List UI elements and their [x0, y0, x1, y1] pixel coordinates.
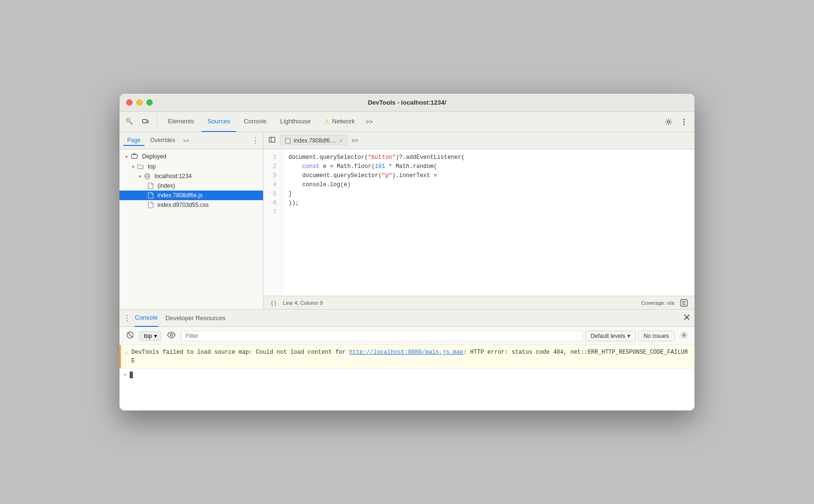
tab-network[interactable]: ⚠ Network — [318, 112, 360, 132]
context-selector[interactable]: top ▾ — [140, 331, 161, 341]
settings-icon — [665, 118, 672, 126]
cursor-icon — [126, 118, 134, 126]
close-button[interactable] — [126, 99, 132, 106]
line-numbers: 1 2 3 4 5 6 7 — [263, 149, 283, 296]
cursor-tool-button[interactable] — [123, 116, 137, 128]
svg-point-3 — [668, 120, 670, 123]
sidebar-tab-overrides[interactable]: Overrides — [146, 135, 179, 146]
coverage-label: Coverage: n/a — [641, 300, 674, 306]
localhost-arrow: ▾ — [139, 174, 141, 179]
console-messages: ⚠ DevTools failed to load source map: Co… — [120, 345, 694, 410]
pretty-print-icon — [680, 299, 688, 307]
editor-tabs-bar: index.7808df6.... × >> — [263, 132, 694, 149]
editor-area: index.7808df6.... × >> 1 2 3 4 5 6 7 — [263, 132, 694, 309]
clear-console-button[interactable] — [123, 330, 137, 342]
tree-item-top[interactable]: ▾ top — [120, 162, 263, 171]
console-settings-icon — [680, 331, 688, 339]
window-title: DevTools - localhost:1234/ — [368, 99, 446, 106]
sidebar-tab-page[interactable]: Page — [123, 135, 144, 146]
maximize-button[interactable] — [146, 99, 153, 106]
tab-console-bottom[interactable]: Console — [135, 310, 158, 327]
toggle-sidebar-button[interactable] — [265, 134, 279, 147]
svg-rect-1 — [143, 120, 147, 123]
tab-dev-resources[interactable]: Developer Resources — [162, 310, 229, 327]
sidebar-menu-icon[interactable]: ⋮ — [251, 136, 259, 145]
error-link[interactable]: http://localhost:8080/main.js.map — [349, 349, 464, 356]
toolbar-separator — [157, 116, 157, 128]
sidebar-more-tabs-button[interactable]: >> — [181, 137, 191, 144]
titlebar: DevTools - localhost:1234/ — [120, 94, 694, 112]
file-icon — [147, 182, 154, 189]
close-tab-button[interactable]: × — [339, 138, 342, 144]
deployed-arrow: ▾ — [125, 154, 128, 159]
devtools-window: DevTools - localhost:1234/ Elements Sour… — [119, 93, 695, 411]
tab-elements[interactable]: Elements — [162, 112, 200, 132]
svg-point-22 — [683, 334, 685, 336]
more-options-button[interactable] — [677, 116, 691, 128]
cursor-position: Line 4, Column 9 — [283, 300, 323, 306]
traffic-lights — [126, 99, 153, 106]
log-levels-button[interactable]: Default levels ▾ — [586, 331, 635, 341]
bottom-console: ⋮ Console Developer Resources — [120, 310, 694, 410]
panel-icon — [268, 136, 276, 144]
cursor-blink — [130, 372, 133, 378]
console-filter-input[interactable] — [181, 331, 583, 341]
css-file-icon — [147, 202, 154, 208]
console-warning-message: ⚠ DevTools failed to load source map: Co… — [120, 345, 694, 369]
svg-point-5 — [683, 121, 685, 122]
context-value: top — [144, 333, 152, 339]
svg-point-6 — [683, 123, 685, 125]
console-menu-icon[interactable]: ⋮ — [123, 313, 131, 323]
warning-message-text: DevTools failed to load source map: Coul… — [132, 348, 691, 365]
minimize-button[interactable] — [136, 99, 143, 106]
top-arrow: ▾ — [132, 164, 134, 169]
pretty-print-button[interactable] — [678, 298, 690, 308]
live-expressions-button[interactable] — [164, 330, 179, 342]
sidebar-tab-bar: Page Overrides >> ⋮ — [120, 132, 263, 149]
code-editor[interactable]: 1 2 3 4 5 6 7 document.querySelector("bu… — [263, 149, 694, 296]
eye-icon — [167, 332, 176, 338]
context-arrow: ▾ — [154, 333, 157, 339]
console-filter-bar: top ▾ Default levels ▾ No Issues — [120, 327, 694, 345]
server-icon — [144, 173, 151, 180]
file-tab-active[interactable]: index.7808df6.... × — [280, 135, 347, 146]
more-editor-tabs-button[interactable]: >> — [348, 135, 361, 146]
svg-line-20 — [128, 333, 132, 337]
tree-item-js-file[interactable]: index.7808df6e.js — [120, 191, 263, 200]
editor-statusbar: { } Line 4, Column 9 Coverage: n/a — [263, 296, 694, 309]
tab-sources[interactable]: Sources — [202, 112, 236, 132]
clear-icon — [126, 331, 134, 339]
console-settings-button[interactable] — [677, 330, 691, 342]
svg-point-21 — [170, 334, 172, 336]
tree-item-index[interactable]: (index) — [120, 181, 263, 191]
tree-item-css-file[interactable]: index.d9703d55.css — [120, 200, 263, 210]
statusbar-right: Coverage: n/a — [641, 298, 690, 308]
tab-console[interactable]: Console — [238, 112, 273, 132]
top-split: Page Overrides >> ⋮ ▾ Deployed — [120, 132, 694, 310]
tab-lighthouse[interactable]: Lighthouse — [275, 112, 317, 132]
prompt-chevron: › — [123, 372, 127, 378]
tree-item-deployed[interactable]: ▾ Deployed — [120, 151, 263, 162]
deployed-icon — [131, 153, 138, 160]
svg-rect-7 — [132, 155, 137, 158]
warning-icon: ⚠ — [125, 348, 129, 356]
main-toolbar: Elements Sources Console Lighthouse ⚠ Ne… — [120, 112, 694, 132]
console-prompt[interactable]: › — [120, 369, 694, 381]
tab-file-icon — [285, 138, 291, 144]
tree-item-localhost[interactable]: ▾ localhost:1234 — [120, 171, 263, 181]
issues-counter-button[interactable]: No Issues — [638, 331, 674, 341]
close-console-button[interactable] — [683, 313, 691, 323]
code-content[interactable]: document.querySelector("button")?.addEve… — [283, 149, 694, 296]
svg-point-4 — [683, 119, 685, 120]
svg-rect-0 — [127, 119, 130, 121]
sidebar: Page Overrides >> ⋮ ▾ Deployed — [120, 132, 263, 309]
device-toggle-button[interactable] — [139, 116, 152, 128]
format-button[interactable]: { } — [268, 299, 279, 307]
settings-button[interactable] — [662, 116, 675, 128]
device-icon — [142, 118, 149, 126]
js-file-icon — [147, 192, 154, 199]
folder-icon — [137, 163, 144, 170]
more-tabs-button[interactable]: >> — [363, 116, 376, 127]
file-tab-name: index.7808df6.... — [294, 137, 336, 144]
svg-rect-2 — [147, 120, 148, 123]
